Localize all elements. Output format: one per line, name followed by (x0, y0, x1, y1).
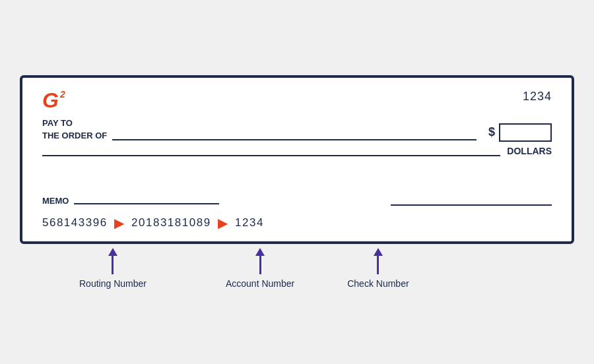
signature-line (391, 204, 552, 206)
pay-to-row: PAY TO THE ORDER OF $ (42, 117, 552, 141)
logo-superscript: 2 (60, 90, 65, 99)
check-image: G 2 1234 PAY TO THE ORDER OF $ (20, 75, 574, 243)
logo-g: G 2 (42, 90, 59, 111)
check-num-arrow (374, 248, 383, 274)
check-num-arrow-shaft (377, 256, 379, 274)
check-middle-space (42, 156, 552, 196)
check-diagram: G 2 1234 PAY TO THE ORDER OF $ (13, 75, 581, 288)
micr-symbol-2: ▶ (218, 215, 229, 231)
dollars-label: DOLLARS (507, 146, 552, 156)
check-top-row: G 2 1234 (42, 90, 552, 111)
routing-arrow (108, 248, 117, 274)
memo-row: MEMO (42, 196, 552, 206)
micr-account-number: 20183181089 (131, 216, 211, 229)
account-arrow-head (255, 248, 265, 256)
account-arrow-shaft (259, 256, 261, 274)
memo-label: MEMO (42, 196, 69, 206)
routing-arrow-head (108, 248, 117, 256)
check-num-label-item: Check Number (347, 248, 409, 289)
micr-symbol-1: ▶ (114, 215, 125, 231)
account-arrow (255, 248, 265, 274)
routing-label-item: Routing Number (79, 248, 147, 289)
micr-row: 568143396 ▶ 20183181089 ▶ 1234 (42, 215, 552, 231)
pay-to-line (112, 139, 477, 140)
dollar-box-group: $ (488, 123, 552, 142)
dollars-line (42, 155, 500, 156)
dollars-line-row: DOLLARS (42, 146, 552, 156)
dollar-sign: $ (488, 125, 495, 139)
check-num-label-text: Check Number (347, 278, 409, 289)
routing-label-text: Routing Number (79, 278, 147, 289)
check-number-display: 1234 (523, 90, 552, 104)
pay-to-label: PAY TO THE ORDER OF (42, 117, 107, 141)
dollar-input-box[interactable] (499, 123, 552, 142)
pay-section: PAY TO THE ORDER OF $ DOLLARS (42, 117, 552, 156)
micr-routing-number: 568143396 (42, 216, 108, 229)
labels-row: Routing Number Account Number Check Numb… (20, 248, 574, 289)
account-label-item: Account Number (226, 248, 294, 289)
logo-letter: G (42, 88, 59, 112)
memo-line (74, 203, 219, 204)
logo: G 2 (42, 90, 59, 111)
check-num-arrow-head (374, 248, 383, 256)
routing-arrow-shaft (112, 256, 114, 274)
account-label-text: Account Number (226, 278, 294, 289)
micr-check-number: 1234 (235, 216, 264, 229)
